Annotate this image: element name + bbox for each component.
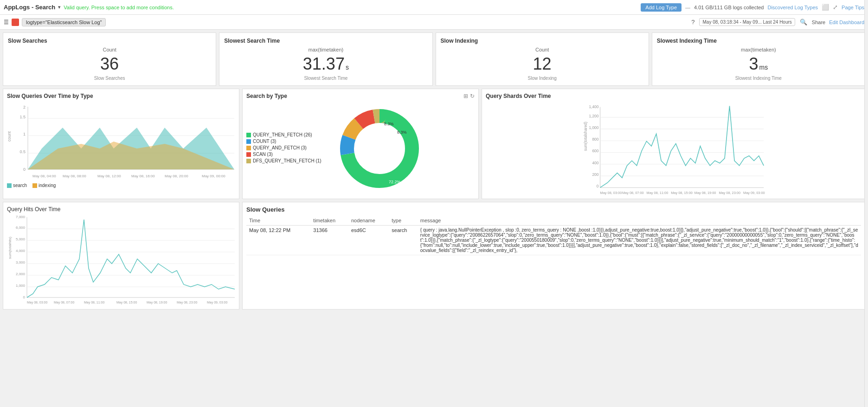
slow-searches-metric-label: Count [103, 47, 116, 52]
top-bar: AppLogs - Search ▾ Valid query. Press sp… [0, 0, 868, 15]
svg-text:0: 0 [597, 184, 599, 188]
svg-text:May 08, 04:00: May 08, 04:00 [32, 174, 56, 178]
edit-dashboard-button[interactable]: Edit Dashboard [829, 19, 864, 25]
svg-text:4,000: 4,000 [16, 249, 26, 253]
cell-message: { query : java.lang.NullPointerException… [418, 226, 861, 255]
svg-text:400: 400 [592, 161, 598, 165]
legend-scan: SCAN (3) [246, 152, 321, 157]
slow-indexing-footer: Slow Indexing [527, 76, 556, 81]
slow-queries-svg: 0 0.5 1 1.5 2 count May 08, 04 [7, 102, 234, 181]
pie-legend: QUERY_THEN_FETCH (26) COUNT (3) QUERY_AN… [246, 132, 321, 165]
slow-queries-chart-title: Slow Queries Over Time by Type [7, 93, 235, 99]
search-icon[interactable]: 🔍 [799, 18, 808, 26]
svg-text:May 08, 15:00: May 08, 15:00 [671, 191, 693, 195]
cell-nodename: esd6C [348, 226, 389, 255]
svg-text:May 08, 03:00: May 08, 03:00 [600, 191, 622, 195]
search-by-type-card: Search by Type ⊞ ↻ QUERY_THEN_FETCH (26)… [242, 89, 479, 199]
hamburger-icon[interactable]: ☰ [4, 19, 9, 26]
slowest-indexing-footer: Slowest Indexing Time [735, 76, 782, 81]
legend-count: COUNT (3) [246, 139, 321, 144]
slow-queries-table-title: Slow Queries [246, 206, 861, 213]
query-shards-svg: 0 200 400 600 800 1,000 1,200 1,400 sum(… [486, 102, 861, 195]
svg-text:May 09, 03:00: May 09, 03:00 [207, 301, 227, 304]
svg-text:0: 0 [23, 295, 26, 299]
query-hits-chart-card: Query Hits Over Time 0 1,000 2,000 3,000… [3, 202, 239, 310]
slow-searches-value: 36 [100, 54, 119, 74]
cell-type: search [389, 226, 418, 255]
valid-query-msg: Valid query. Press space to add more con… [64, 5, 174, 10]
scrollbar[interactable] [864, 0, 868, 312]
top-bar-left: AppLogs - Search ▾ Valid query. Press sp… [4, 4, 174, 11]
tips-page-link[interactable]: Page Tips [842, 5, 864, 10]
slow-searches-footer: Slow Searches [94, 76, 125, 81]
svg-text:7,000: 7,000 [16, 215, 26, 219]
table-row: May 08, 12:22 PM 31366 esd6C search { qu… [246, 226, 861, 255]
svg-text:8.3%: 8.3% [397, 130, 407, 135]
svg-text:sum(totalhits): sum(totalhits) [8, 237, 12, 259]
pie-container: QUERY_THEN_FETCH (26) COUNT (3) QUERY_AN… [246, 102, 475, 195]
share-button[interactable]: Share [812, 19, 825, 25]
discovered-log-types-link[interactable]: Discovered Log Types [767, 5, 818, 10]
svg-text:sum(totalshared): sum(totalshared) [583, 122, 588, 151]
slowest-indexing-value: 3 [749, 54, 759, 74]
export-icon[interactable]: ⬜ [822, 4, 829, 11]
svg-text:May 08, 19:00: May 08, 19:00 [147, 301, 167, 304]
expand-icon[interactable]: ⤢ [833, 4, 838, 11]
svg-text:0: 0 [23, 167, 26, 172]
svg-text:May 08, 07:00: May 08, 07:00 [54, 301, 74, 304]
slowest-search-footer: Slowest Search Time [304, 76, 347, 81]
app-dropdown-icon[interactable]: ▾ [58, 4, 61, 10]
search-by-type-title: Search by Type [246, 93, 287, 99]
query-hits-svg: 0 1,000 2,000 3,000 4,000 5,000 6,000 7,… [7, 213, 235, 305]
slow-searches-card: Slow Searches Count 36 Slow Searches [3, 32, 216, 86]
donut-chart-svg: 8.3% 8.3% 8.3% 72.2% [326, 102, 433, 195]
svg-text:8.3%: 8.3% [384, 122, 394, 126]
col-message: message [418, 216, 861, 226]
expand-chart-button[interactable]: ⊞ [463, 93, 468, 99]
svg-text:May 08, 16:00: May 08, 16:00 [131, 174, 155, 178]
slow-queries-chart-card: Slow Queries Over Time by Type 0 0.5 1 1… [3, 89, 239, 199]
second-bar-right: ? May 08, 03:18:34 - May 09... Last 24 H… [690, 18, 864, 26]
count-label: COUNT (3) [253, 139, 276, 144]
scan-dot [246, 152, 251, 157]
svg-text:May 08, 11:00: May 08, 11:00 [647, 191, 669, 195]
svg-text:1.5: 1.5 [19, 115, 26, 119]
cell-time: May 08, 12:22 PM [246, 226, 310, 255]
svg-text:800: 800 [592, 137, 598, 142]
charts-row: Slow Queries Over Time by Type 0 0.5 1 1… [3, 89, 865, 199]
cell-timetaken: 31366 [310, 226, 348, 255]
count-dot [246, 139, 251, 144]
add-log-type-button[interactable]: Add Log Type [641, 3, 682, 12]
dfs-label: DFS_QUERY_THEN_FETCH (1) [253, 158, 321, 163]
filter-tag[interactable]: logtype="Elasticsearch Slow Log" [22, 18, 106, 26]
col-time: Time [246, 216, 310, 226]
svg-text:6,000: 6,000 [16, 226, 26, 230]
svg-text:May 09, 03:00: May 09, 03:00 [743, 191, 765, 195]
legend-query-and-fetch: QUERY_AND_FETCH (3) [246, 145, 321, 150]
help-icon[interactable]: ? [690, 18, 695, 26]
time-range[interactable]: May 08, 03:18:34 - May 09... Last 24 Hou… [699, 18, 795, 26]
query-and-fetch-label: QUERY_AND_FETCH (3) [253, 145, 307, 150]
svg-text:0.5: 0.5 [19, 149, 26, 154]
slow-queries-legend: search indexing [7, 183, 235, 188]
search-by-type-actions: ⊞ ↻ [463, 93, 475, 99]
dashboard: Slow Searches Count 36 Slow Searches Slo… [0, 30, 868, 312]
svg-text:May 08, 23:00: May 08, 23:00 [177, 301, 197, 304]
svg-text:May 08, 20:00: May 08, 20:00 [165, 174, 188, 178]
query-then-fetch-label: QUERY_THEN_FETCH (26) [253, 132, 312, 137]
slow-indexing-value: 12 [533, 54, 552, 74]
col-nodename: nodename [348, 216, 389, 226]
refresh-chart-button[interactable]: ↻ [470, 93, 475, 99]
top-bar-right: Add Log Type — 4.01 GB/111 GB logs colle… [641, 3, 864, 12]
app-title: AppLogs - Search [4, 4, 55, 11]
svg-text:May 08, 12:00: May 08, 12:00 [97, 174, 121, 178]
gb-info: 4.01 GB/111 GB logs collected [694, 5, 764, 10]
slowest-search-time-title: Slowest Search Time [224, 38, 280, 44]
legend-search: search [7, 183, 27, 188]
svg-text:count: count [7, 131, 12, 142]
svg-text:May 08, 11:00: May 08, 11:00 [84, 301, 104, 304]
table-header-row: Time timetaken nodename type message [246, 216, 861, 226]
svg-text:1,000: 1,000 [16, 284, 26, 288]
slowest-indexing-suffix: ms [759, 64, 768, 71]
svg-text:1: 1 [23, 132, 26, 136]
